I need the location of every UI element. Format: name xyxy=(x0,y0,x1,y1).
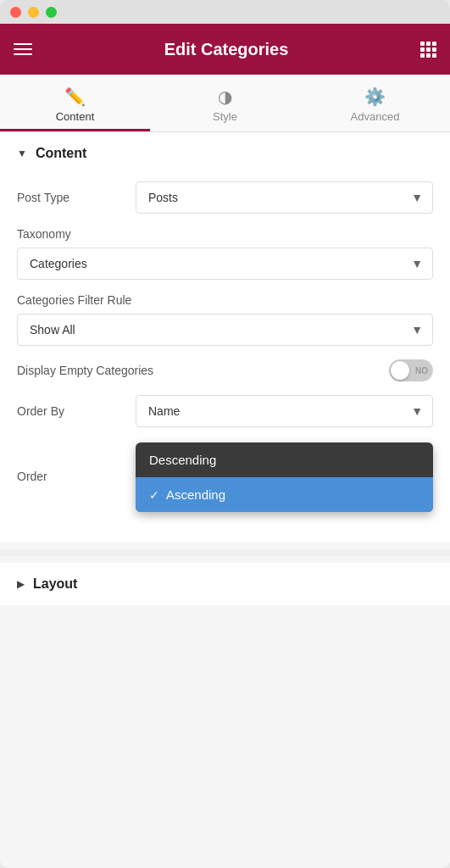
toggle-no-label: NO xyxy=(415,366,428,376)
order-by-select[interactable]: Name ID Count Slug xyxy=(136,395,433,427)
order-select-wrapper: Descending ✓ Ascending xyxy=(136,441,433,512)
pencil-icon: ✏️ xyxy=(64,86,86,107)
half-circle-icon: ◑ xyxy=(218,86,232,107)
page-title: Edit Categories xyxy=(164,40,289,59)
chevron-down-icon: ▼ xyxy=(17,147,27,159)
display-empty-categories-toggle[interactable]: NO xyxy=(389,359,433,381)
order-by-select-wrapper: Name ID Count Slug ▼ xyxy=(136,395,433,427)
order-label: Order xyxy=(17,470,136,483)
order-field: Order Descending ✓ Ascending xyxy=(17,441,433,512)
taxonomy-label: Taxonomy xyxy=(17,227,433,241)
layout-section: ▶ Layout xyxy=(0,563,450,605)
tab-advanced-label: Advanced xyxy=(351,110,400,123)
tab-content[interactable]: ✏️ Content xyxy=(0,75,150,131)
taxonomy-field: Taxonomy Categories Tags Custom ▼ xyxy=(17,227,433,280)
post-type-select[interactable]: Posts Pages Custom xyxy=(136,181,433,214)
tab-advanced[interactable]: ⚙️ Advanced xyxy=(300,75,450,131)
ascending-label: Ascending xyxy=(166,487,225,502)
tab-content-label: Content xyxy=(56,110,95,123)
categories-filter-rule-field: Categories Filter Rule Show All Match Ex… xyxy=(17,293,433,346)
hamburger-icon[interactable] xyxy=(14,43,32,55)
display-empty-categories-label: Display Empty Categories xyxy=(17,364,153,377)
order-by-field: Order By Name ID Count Slug ▼ xyxy=(17,395,433,427)
order-dropdown-popup: Descending ✓ Ascending xyxy=(136,442,433,512)
header: Edit Categories xyxy=(0,24,450,75)
content-form: Post Type Posts Pages Custom ▼ Taxonomy xyxy=(0,175,450,542)
order-row: Order Descending ✓ Ascending xyxy=(17,441,433,512)
display-empty-categories-field: Display Empty Categories NO xyxy=(17,359,433,381)
chevron-right-icon: ▶ xyxy=(17,578,25,590)
tab-style[interactable]: ◑ Style xyxy=(150,75,300,131)
layout-section-title: Layout xyxy=(33,576,77,592)
app-window: Edit Categories ✏️ Content ◑ Style ⚙️ Ad… xyxy=(0,0,450,868)
post-type-field: Post Type Posts Pages Custom ▼ xyxy=(17,181,433,214)
post-type-label: Post Type xyxy=(17,191,136,204)
section-divider xyxy=(0,549,450,556)
main-content: ▼ Content Post Type Posts Pages Custom ▼ xyxy=(0,132,450,868)
order-option-descending[interactable]: Descending xyxy=(136,442,433,477)
content-section: ▼ Content Post Type Posts Pages Custom ▼ xyxy=(0,132,450,542)
categories-filter-select[interactable]: Show All Match Exclude xyxy=(17,314,433,346)
title-bar xyxy=(0,0,450,24)
taxonomy-select-wrapper: Categories Tags Custom ▼ xyxy=(17,248,433,280)
content-section-header[interactable]: ▼ Content xyxy=(0,132,450,175)
layout-section-header[interactable]: ▶ Layout xyxy=(0,563,450,605)
categories-filter-rule-label: Categories Filter Rule xyxy=(17,293,433,307)
taxonomy-select[interactable]: Categories Tags Custom xyxy=(17,248,433,280)
tabs-bar: ✏️ Content ◑ Style ⚙️ Advanced xyxy=(0,75,450,132)
categories-filter-select-wrapper: Show All Match Exclude ▼ xyxy=(17,314,433,346)
content-section-title: Content xyxy=(36,146,86,161)
order-option-ascending[interactable]: ✓ Ascending xyxy=(136,477,433,512)
order-by-label: Order By xyxy=(17,404,136,418)
post-type-select-wrapper: Posts Pages Custom ▼ xyxy=(136,181,433,214)
checkmark-icon: ✓ xyxy=(149,488,159,502)
gear-icon: ⚙️ xyxy=(364,86,386,107)
close-button[interactable] xyxy=(10,7,21,18)
maximize-button[interactable] xyxy=(46,7,57,18)
toggle-knob xyxy=(391,361,409,380)
descending-label: Descending xyxy=(149,453,216,467)
grid-icon[interactable] xyxy=(420,42,436,58)
tab-style-label: Style xyxy=(213,110,237,123)
minimize-button[interactable] xyxy=(28,7,39,18)
